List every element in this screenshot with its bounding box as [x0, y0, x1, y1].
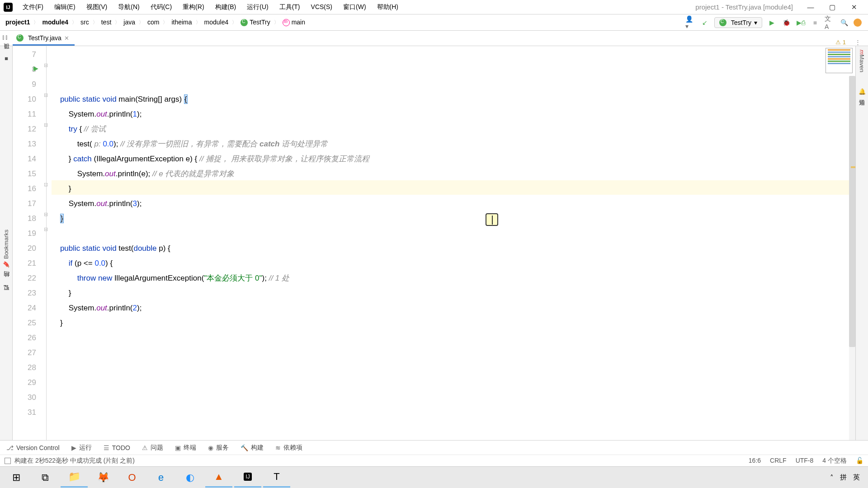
line-30[interactable]: 30: [13, 390, 36, 405]
line-28[interactable]: 28: [13, 360, 36, 375]
menu-code[interactable]: 代码(C): [147, 2, 175, 12]
build-tool[interactable]: 🔨构建: [241, 444, 264, 452]
crumb-src[interactable]: src: [78, 18, 92, 27]
menu-vcs[interactable]: VCS(S): [307, 2, 336, 12]
start-button[interactable]: ⊞: [3, 468, 30, 488]
deps-tool[interactable]: ≋依赖项: [275, 444, 302, 452]
line-21[interactable]: 21: [13, 256, 36, 271]
line-15[interactable]: 15: [13, 166, 36, 181]
stop-button[interactable]: ■: [810, 18, 820, 28]
structure-tool[interactable]: 🏗结构: [2, 282, 10, 290]
ime-lang[interactable]: 英: [853, 473, 860, 482]
menu-build[interactable]: 构建(B): [212, 2, 240, 12]
readonly-lock-icon[interactable]: 🔓: [856, 457, 863, 465]
run-config-selector[interactable]: TestTry ▾: [714, 17, 762, 28]
update-icon[interactable]: ↙: [700, 18, 710, 28]
menu-win[interactable]: 窗口(W): [340, 2, 370, 12]
line-8[interactable]: 8▶: [13, 62, 36, 77]
line-11[interactable]: 11: [13, 107, 36, 122]
line-7[interactable]: 7: [13, 47, 36, 62]
services-tool[interactable]: ◉服务: [208, 444, 229, 452]
crumb-java[interactable]: java: [121, 18, 138, 27]
maven-tool[interactable]: mMaven: [859, 50, 865, 72]
caret-position[interactable]: 16:6: [749, 457, 761, 465]
menu-nav[interactable]: 导航(N): [114, 2, 143, 12]
run-tool[interactable]: ▶运行: [71, 444, 92, 452]
code-minimap[interactable]: [826, 48, 853, 73]
notify-tool[interactable]: 🔔通知: [858, 88, 866, 95]
text-app-button[interactable]: T: [263, 468, 290, 488]
search-icon[interactable]: 🔍: [839, 18, 849, 28]
line-20[interactable]: 20: [13, 241, 36, 256]
line-17[interactable]: 17: [13, 196, 36, 211]
menu-file[interactable]: 文件(F): [19, 2, 47, 12]
file-encoding[interactable]: UTF-8: [796, 457, 814, 465]
line-18[interactable]: 18: [13, 211, 36, 226]
task-view-button[interactable]: ⧉: [32, 468, 59, 488]
line-9[interactable]: 9: [13, 77, 36, 92]
line-29[interactable]: 29: [13, 375, 36, 390]
fold-icon[interactable]: ⊟: [44, 122, 48, 128]
menu-edit[interactable]: 编辑(E): [51, 2, 79, 12]
status-square-icon[interactable]: [5, 458, 11, 464]
indent-info[interactable]: 4 个空格: [822, 457, 847, 465]
minimize-button[interactable]: —: [800, 0, 821, 14]
crumb-module4b[interactable]: module4: [202, 18, 231, 27]
terminal-tool[interactable]: ▣终端: [175, 444, 196, 452]
close-tab-icon[interactable]: ✕: [64, 35, 69, 42]
fold-icon[interactable]: ⊟: [44, 211, 48, 217]
vcs-tool[interactable]: ⎇Version Control: [6, 444, 60, 451]
maximize-button[interactable]: ▢: [822, 0, 843, 14]
office-button[interactable]: O: [118, 468, 146, 488]
line-12[interactable]: 12: [13, 122, 36, 136]
vlc-button[interactable]: ▲: [205, 468, 232, 488]
line-19[interactable]: 19: [13, 226, 36, 241]
line-24[interactable]: 24: [13, 300, 36, 315]
fold-icon[interactable]: ⊟: [44, 92, 48, 98]
line-25[interactable]: 25: [13, 315, 36, 330]
problems-tool[interactable]: ⚠问题: [142, 444, 163, 452]
edge-button[interactable]: e: [147, 468, 175, 488]
line-separator[interactable]: CRLF: [770, 457, 787, 465]
crumb-module4[interactable]: module4: [39, 18, 71, 27]
line-gutter[interactable]: 7 8▶ 9 10 11 12 13 14 15 16 17 18 19 20 …: [13, 46, 42, 440]
intellij-button[interactable]: IJ: [234, 468, 261, 488]
settings-sync-icon[interactable]: [854, 19, 862, 27]
fold-icon[interactable]: ⊟: [44, 62, 48, 68]
menu-tool[interactable]: 工具(T): [276, 2, 304, 12]
line-26[interactable]: 26: [13, 330, 36, 345]
bookmarks-tool[interactable]: 🔖Bookmarks: [3, 230, 9, 268]
crumb-project1[interactable]: project1: [3, 18, 33, 27]
menu-view[interactable]: 视图(V): [83, 2, 111, 12]
line-22[interactable]: 22: [13, 271, 36, 286]
crumb-class[interactable]: TestTry: [238, 18, 273, 27]
more-icon[interactable]: ⋮: [855, 39, 861, 46]
explorer-button[interactable]: 📁: [61, 468, 88, 488]
line-31[interactable]: 31: [13, 405, 36, 420]
line-27[interactable]: 27: [13, 345, 36, 360]
crumb-test[interactable]: test: [99, 18, 114, 27]
ime-pinyin[interactable]: 拼: [840, 473, 847, 482]
menu-run[interactable]: 运行(U): [243, 2, 272, 12]
run-button[interactable]: ▶: [767, 18, 777, 28]
line-16[interactable]: 16: [13, 181, 36, 196]
crumb-itheima[interactable]: itheima: [169, 18, 194, 27]
line-23[interactable]: 23: [13, 286, 36, 300]
user-icon[interactable]: 👤▾: [685, 18, 695, 28]
project-toggle-icon[interactable]: ⫿⫿: [2, 33, 8, 41]
browser-button[interactable]: ◐: [176, 468, 203, 488]
todo-tool[interactable]: ☰TODO: [104, 444, 130, 451]
run-gutter-icon[interactable]: ▶: [33, 61, 38, 76]
debug-button[interactable]: 🐞: [781, 18, 791, 28]
line-14[interactable]: 14: [13, 151, 36, 166]
translate-icon[interactable]: 文A: [825, 18, 835, 28]
fold-icon[interactable]: ⊡: [44, 182, 48, 188]
fold-icon[interactable]: ⊟: [44, 226, 48, 232]
crumb-method[interactable]: main: [280, 18, 308, 27]
project-tool[interactable]: ■项目: [2, 53, 10, 62]
code-area[interactable]: public static void main(String[] args) {…: [52, 46, 855, 440]
fold-column[interactable]: ⊟ ⊟ ⊟ ⊡ ⊟ ⊟: [42, 46, 52, 440]
tray-chevron-icon[interactable]: ˄: [830, 474, 834, 482]
line-10[interactable]: 10: [13, 92, 36, 107]
coverage-button[interactable]: ▶⎙: [796, 18, 806, 28]
